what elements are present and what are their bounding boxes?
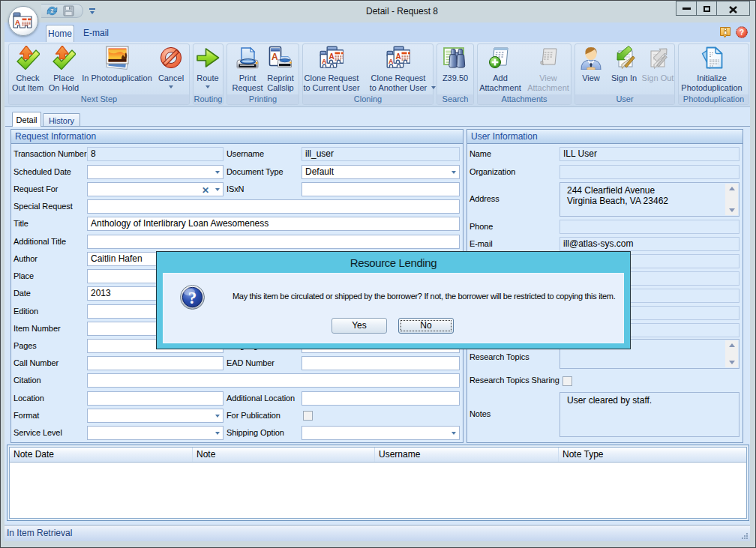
- svg-text:A: A: [272, 52, 278, 62]
- svg-text:?: ?: [188, 289, 197, 307]
- svg-text:A: A: [329, 52, 334, 61]
- svg-text:A: A: [396, 52, 401, 61]
- svg-text:A: A: [15, 18, 20, 26]
- svg-text:?: ?: [740, 28, 744, 37]
